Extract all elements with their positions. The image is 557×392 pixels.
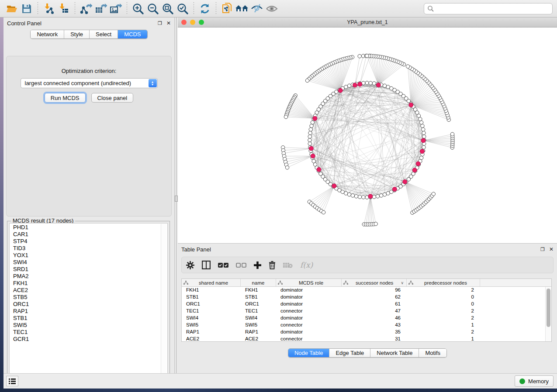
close-window-icon[interactable]: ✕ bbox=[166, 21, 171, 26]
tab-network[interactable]: Network bbox=[31, 30, 64, 38]
table-row[interactable]: SWI5SWI5connector431 bbox=[182, 322, 545, 329]
open-file-icon[interactable] bbox=[4, 1, 19, 16]
cell-predecessor_nodes[interactable]: 0 bbox=[407, 301, 480, 308]
mcds-result-item[interactable]: STB1 bbox=[10, 315, 161, 322]
mcds-result-item[interactable]: CAR1 bbox=[10, 231, 161, 238]
mcds-result-item[interactable]: RAP1 bbox=[10, 308, 161, 315]
mcds-result-item[interactable]: PHD1 bbox=[10, 224, 161, 231]
mcds-result-item[interactable]: PMA2 bbox=[10, 273, 161, 280]
import-table-icon[interactable] bbox=[56, 1, 71, 16]
mcds-result-item[interactable]: GCR1 bbox=[10, 336, 161, 343]
mcds-result-item[interactable]: YOX1 bbox=[10, 252, 161, 259]
cell-shared_name[interactable]: RAP1 bbox=[182, 329, 241, 336]
cell-shared_name[interactable]: ORC1 bbox=[182, 301, 241, 308]
table-row[interactable]: ACE2ACE2connector311 bbox=[182, 336, 545, 341]
table-scrollbar[interactable] bbox=[545, 287, 551, 341]
zoom-fit-icon[interactable] bbox=[160, 1, 175, 16]
cell-predecessor_nodes[interactable]: 2 bbox=[407, 315, 480, 322]
cell-shared_name[interactable]: ACE2 bbox=[182, 336, 241, 341]
mcds-result-item[interactable]: TEC1 bbox=[10, 329, 161, 336]
cell-shared_name[interactable]: SWI5 bbox=[182, 322, 241, 329]
tab-style[interactable]: Style bbox=[64, 30, 90, 38]
cell-shared_name[interactable]: TEC1 bbox=[182, 308, 241, 315]
export-table-icon[interactable] bbox=[93, 1, 108, 16]
cell-name[interactable]: SWI5 bbox=[241, 322, 276, 329]
cell-name[interactable]: SWI4 bbox=[241, 315, 276, 322]
table-row[interactable]: FKH1FKH1dominator962 bbox=[182, 287, 545, 294]
table-row[interactable]: SWI4SWI4dominator462 bbox=[182, 315, 545, 322]
column-header-MCDS-role[interactable]: MCDS role bbox=[276, 279, 342, 286]
mcds-result-item[interactable]: TID3 bbox=[10, 245, 161, 252]
cell-name[interactable]: RAP1 bbox=[241, 329, 276, 336]
export-network-icon[interactable] bbox=[79, 1, 93, 16]
tab-edge-table[interactable]: Edge Table bbox=[329, 349, 370, 357]
cell-name[interactable]: FKH1 bbox=[241, 287, 276, 294]
zoom-selected-icon[interactable] bbox=[175, 1, 190, 16]
cell-successor_nodes[interactable]: 61 bbox=[342, 301, 407, 308]
vertical-splitter[interactable] bbox=[175, 17, 178, 373]
tab-node-table[interactable]: Node Table bbox=[288, 349, 330, 357]
cell-predecessor_nodes[interactable]: 2 bbox=[407, 308, 480, 315]
table-row[interactable]: TEC1TEC1connector472 bbox=[182, 308, 545, 315]
cell-name[interactable]: ACE2 bbox=[241, 336, 276, 341]
zoom-out-icon[interactable] bbox=[145, 1, 160, 16]
mcds-result-item[interactable]: SWI4 bbox=[10, 259, 161, 266]
memory-button[interactable]: Memory bbox=[515, 375, 554, 387]
mcds-result-item[interactable]: ACE2 bbox=[10, 287, 161, 294]
cell-predecessor_nodes[interactable]: 1 bbox=[407, 322, 480, 329]
cell-predecessor_nodes[interactable]: 2 bbox=[407, 287, 480, 294]
show-graphics-details-icon[interactable] bbox=[264, 1, 279, 16]
mcds-result-item[interactable]: FKH1 bbox=[10, 280, 161, 287]
cell-mcds_role[interactable]: connector bbox=[276, 322, 342, 329]
deselect-all-icon[interactable] bbox=[236, 262, 246, 268]
mcds-result-scrollbar[interactable] bbox=[161, 224, 167, 380]
column-header-predecessor-nodes[interactable]: predecessor nodes bbox=[407, 279, 480, 286]
tab-motifs[interactable]: Motifs bbox=[419, 349, 446, 357]
cell-mcds_role[interactable]: dominator bbox=[276, 294, 342, 301]
cell-name[interactable]: ORC1 bbox=[241, 301, 276, 308]
cell-mcds_role[interactable]: connector bbox=[276, 336, 342, 341]
tab-select[interactable]: Select bbox=[90, 30, 118, 38]
cell-predecessor_nodes[interactable]: 0 bbox=[407, 294, 480, 301]
delete-column-icon[interactable] bbox=[269, 261, 276, 269]
import-network-icon[interactable] bbox=[42, 1, 56, 16]
zoom-in-icon[interactable] bbox=[131, 1, 145, 16]
cell-name[interactable]: STB1 bbox=[241, 294, 276, 301]
export-image-icon[interactable] bbox=[108, 1, 123, 16]
run-mcds-button[interactable]: Run MCDS bbox=[45, 93, 86, 103]
refresh-icon[interactable] bbox=[197, 1, 212, 16]
save-session-icon[interactable] bbox=[19, 1, 34, 16]
cell-successor_nodes[interactable]: 43 bbox=[342, 322, 407, 329]
cell-mcds_role[interactable]: dominator bbox=[276, 329, 342, 336]
cell-mcds_role[interactable]: dominator bbox=[276, 287, 342, 294]
add-column-icon[interactable] bbox=[254, 261, 261, 269]
cell-shared_name[interactable]: STB1 bbox=[182, 294, 241, 301]
cell-predecessor_nodes[interactable]: 1 bbox=[407, 336, 480, 341]
network-graph[interactable] bbox=[178, 28, 557, 243]
cell-name[interactable]: TEC1 bbox=[241, 308, 276, 315]
close-window-icon[interactable]: ✕ bbox=[549, 247, 554, 252]
tab-mcds[interactable]: MCDS bbox=[118, 30, 147, 38]
mcds-result-item[interactable]: SRD1 bbox=[10, 266, 161, 273]
table-scrollbar-thumb[interactable] bbox=[547, 289, 550, 327]
mcds-result-item[interactable]: SWI5 bbox=[10, 322, 161, 329]
hide-graphics-details-icon[interactable] bbox=[249, 1, 264, 16]
float-window-icon[interactable]: ❐ bbox=[540, 247, 545, 252]
column-layout-icon[interactable] bbox=[202, 261, 211, 269]
table-row[interactable]: RAP1RAP1dominator352 bbox=[182, 329, 545, 336]
column-header-successor-nodes[interactable]: successor nodes∨ bbox=[342, 279, 407, 286]
cell-successor_nodes[interactable]: 35 bbox=[342, 329, 407, 336]
settings-gear-icon[interactable] bbox=[186, 261, 194, 269]
search-input[interactable] bbox=[424, 3, 553, 14]
mcds-result-item[interactable]: STP4 bbox=[10, 238, 161, 245]
cell-successor_nodes[interactable]: 31 bbox=[342, 336, 407, 341]
column-header-name[interactable]: name bbox=[241, 279, 276, 286]
mcds-result-item[interactable]: ORC1 bbox=[10, 301, 161, 308]
cell-shared_name[interactable]: SWI4 bbox=[182, 315, 241, 322]
cell-mcds_role[interactable]: dominator bbox=[276, 301, 342, 308]
table-row[interactable]: STB1STB1dominator620 bbox=[182, 294, 545, 301]
float-window-icon[interactable]: ❐ bbox=[158, 21, 162, 26]
cell-mcds_role[interactable]: dominator bbox=[276, 315, 342, 322]
cell-successor_nodes[interactable]: 47 bbox=[342, 308, 407, 315]
table-row[interactable]: ORC1ORC1dominator610 bbox=[182, 301, 545, 308]
